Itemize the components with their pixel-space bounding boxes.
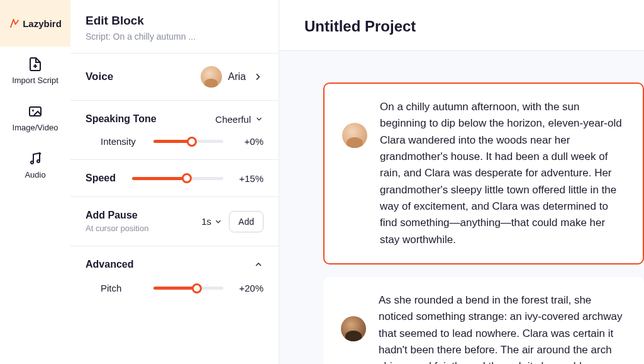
- speed-label: Speed: [86, 173, 123, 184]
- svg-point-3: [37, 160, 40, 162]
- voice-avatar: [201, 66, 222, 88]
- intensity-slider[interactable]: [153, 140, 223, 143]
- file-plus-icon: [28, 57, 43, 72]
- intensity-slider-row: Intensity +0%: [86, 136, 264, 147]
- block-text: As she rounded a bend in the forest trai…: [379, 292, 626, 364]
- pitch-label: Pitch: [101, 283, 145, 293]
- logo-text: Lazybird: [23, 18, 62, 29]
- project-title[interactable]: Untitled Project: [304, 18, 619, 35]
- chevron-down-icon: [214, 217, 223, 226]
- chevron-down-icon: [255, 115, 264, 123]
- nav-audio[interactable]: Audio: [0, 141, 70, 188]
- pause-duration-value: 1s: [201, 216, 211, 227]
- speed-value: +15%: [232, 173, 264, 184]
- pause-label: Add Pause: [86, 210, 148, 221]
- pitch-slider-row: Pitch +20%: [86, 283, 264, 293]
- intensity-label: Intensity: [101, 136, 145, 147]
- lazybird-icon: [9, 18, 20, 29]
- logo[interactable]: Lazybird: [0, 0, 70, 47]
- voice-name: Aria: [228, 71, 246, 82]
- pitch-value: +20%: [232, 283, 264, 293]
- svg-point-1: [32, 110, 34, 111]
- panel-title: Edit Block: [86, 14, 264, 28]
- pause-sub: At cursor position: [86, 224, 148, 233]
- chevron-right-icon: [252, 71, 264, 82]
- script-block[interactable]: As she rounded a bend in the forest trai…: [323, 277, 644, 364]
- script-block[interactable]: On a chilly autumn afternoon, with the s…: [323, 82, 644, 264]
- nav-image-video[interactable]: Image/Video: [0, 94, 70, 141]
- nav-import-script[interactable]: Import Script: [0, 47, 70, 94]
- advanced-label: Advanced: [86, 259, 133, 270]
- voice-section: Voice Aria: [70, 54, 279, 101]
- advanced-section: Advanced Pitch +20%: [70, 246, 279, 306]
- panel-subtitle: Script: On a chilly autumn ...: [86, 31, 264, 42]
- sidebar: Lazybird Import Script Image/Video Audio: [0, 0, 70, 364]
- main-content: Untitled Project On a chilly autumn afte…: [279, 0, 644, 364]
- main-header: Untitled Project: [279, 0, 644, 51]
- advanced-toggle[interactable]: Advanced: [86, 259, 264, 270]
- speed-section: Speed +15%: [70, 160, 279, 197]
- nav-label: Audio: [25, 170, 45, 179]
- speed-slider[interactable]: [132, 177, 223, 180]
- voice-selector[interactable]: Aria: [201, 66, 264, 88]
- nav-label: Import Script: [12, 76, 58, 85]
- intensity-value: +0%: [232, 136, 264, 147]
- edit-panel: Edit Block Script: On a chilly autumn ..…: [70, 0, 279, 364]
- svg-point-2: [31, 161, 33, 164]
- voice-label: Voice: [86, 71, 113, 83]
- tone-section: Speaking Tone Cheerful Intensity +0%: [70, 101, 279, 160]
- tone-selector[interactable]: Cheerful: [215, 114, 264, 125]
- panel-header: Edit Block Script: On a chilly autumn ..…: [70, 0, 279, 54]
- image-icon: [28, 104, 43, 119]
- pitch-slider[interactable]: [153, 287, 223, 290]
- block-avatar: [341, 316, 366, 341]
- block-text: On a chilly autumn afternoon, with the s…: [380, 99, 625, 248]
- pause-duration-selector[interactable]: 1s: [201, 216, 223, 227]
- pause-section: Add Pause At cursor position 1s Add: [70, 197, 279, 246]
- add-pause-button[interactable]: Add: [229, 211, 264, 232]
- chevron-up-icon: [253, 259, 264, 270]
- nav-label: Image/Video: [13, 123, 58, 132]
- tone-value: Cheerful: [215, 114, 251, 125]
- block-avatar: [342, 123, 367, 148]
- main-body: On a chilly autumn afternoon, with the s…: [279, 51, 644, 364]
- music-icon: [28, 151, 43, 166]
- tone-label: Speaking Tone: [86, 113, 157, 125]
